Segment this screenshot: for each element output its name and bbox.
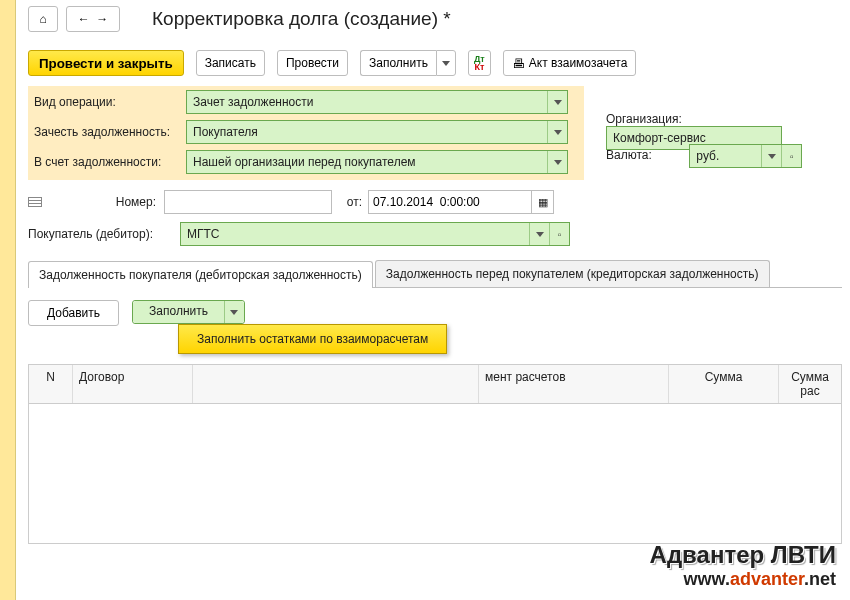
against-select[interactable]: Нашей организации перед покупателем	[186, 150, 568, 174]
buyer-value: МГТС	[181, 223, 529, 245]
buyer-open-button[interactable]: ▫	[549, 223, 569, 245]
chevron-down-icon	[554, 100, 562, 105]
chevron-down-icon	[554, 160, 562, 165]
fill-button-arrow[interactable]	[436, 50, 456, 76]
watermark-domain: advanter	[730, 569, 804, 589]
dtkt-button[interactable]: ДтКт	[468, 50, 491, 76]
offset-select[interactable]: Покупателя	[186, 120, 568, 144]
open-icon: ▫	[790, 151, 794, 162]
calendar-button[interactable]: ▦	[532, 190, 554, 214]
home-icon: ⌂	[39, 12, 46, 26]
buyer-label: Покупатель (дебитор):	[28, 227, 180, 241]
page-title: Корректировка долга (создание) *	[152, 8, 451, 30]
fill-button-main[interactable]: Заполнить	[360, 50, 436, 76]
op-type-dropdown[interactable]	[547, 91, 567, 113]
currency-label: Валюта:	[606, 148, 686, 162]
dtkt-icon: ДтКт	[474, 55, 485, 71]
col-n: N	[29, 365, 73, 403]
chevron-down-icon	[768, 154, 776, 159]
highlighted-fields: Вид операции: Зачет задолженности Зачест…	[28, 86, 584, 180]
col-sumsettle: Сумма рас	[779, 365, 841, 403]
tab-debit[interactable]: Задолженность покупателя (дебиторская за…	[28, 261, 373, 288]
tab-fill-button[interactable]: Заполнить	[132, 300, 245, 324]
offset-value: Покупателя	[187, 121, 547, 143]
grid-header: N Договор мент расчетов Сумма Сумма рас	[28, 364, 842, 404]
currency-dropdown[interactable]	[761, 145, 781, 167]
nav-back-forward[interactable]: ← →	[66, 6, 120, 32]
number-input[interactable]	[164, 190, 332, 214]
op-type-value: Зачет задолженности	[187, 91, 547, 113]
currency-select[interactable]: руб. ▫	[689, 144, 802, 168]
tab-fill-label: Заполнить	[133, 301, 224, 323]
watermark: Адвантер ЛВТИ www.advanter.net	[650, 541, 836, 590]
offset-label: Зачесть задолженность:	[34, 125, 186, 139]
fill-split-button[interactable]: Заполнить	[360, 50, 456, 76]
chevron-down-icon	[536, 232, 544, 237]
watermark-tld: .net	[804, 569, 836, 589]
date-input[interactable]	[368, 190, 532, 214]
watermark-www: www.	[684, 569, 730, 589]
document-icon	[28, 197, 42, 207]
against-label: В счет задолженности:	[34, 155, 186, 169]
arrow-right-icon: →	[96, 12, 108, 26]
buyer-select[interactable]: МГТС ▫	[180, 222, 570, 246]
against-value: Нашей организации перед покупателем	[187, 151, 547, 173]
date-field[interactable]: ▦	[368, 190, 554, 214]
currency-value: руб.	[690, 145, 761, 167]
open-icon: ▫	[558, 229, 562, 240]
offset-dropdown[interactable]	[547, 121, 567, 143]
write-button[interactable]: Записать	[196, 50, 265, 76]
print-icon: 🖶	[512, 56, 525, 71]
tab-credit[interactable]: Задолженность перед покупателем (кредито…	[375, 260, 770, 287]
col-docsettle: мент расчетов	[479, 365, 669, 403]
post-and-close-button[interactable]: Провести и закрыть	[28, 50, 184, 76]
watermark-line1: Адвантер ЛВТИ	[650, 541, 836, 569]
currency-open-button[interactable]: ▫	[781, 145, 801, 167]
post-button[interactable]: Провести	[277, 50, 348, 76]
fill-menu-item[interactable]: Заполнить остатками по взаиморасчетам	[178, 324, 447, 354]
op-type-label: Вид операции:	[34, 95, 186, 109]
act-button[interactable]: 🖶 Акт взаимозачета	[503, 50, 637, 76]
chevron-down-icon	[554, 130, 562, 135]
op-type-select[interactable]: Зачет задолженности	[186, 90, 568, 114]
chevron-down-icon	[230, 310, 238, 315]
buyer-dropdown[interactable]	[529, 223, 549, 245]
arrow-left-icon: ←	[78, 12, 90, 26]
col-hidden	[193, 365, 479, 403]
number-label: Номер:	[54, 195, 164, 209]
home-button[interactable]: ⌂	[28, 6, 58, 32]
act-button-label: Акт взаимозачета	[529, 56, 628, 70]
chevron-down-icon	[442, 61, 450, 66]
calendar-icon: ▦	[538, 196, 548, 209]
against-dropdown[interactable]	[547, 151, 567, 173]
tab-fill-arrow[interactable]	[224, 301, 244, 323]
add-row-button[interactable]: Добавить	[28, 300, 119, 326]
grid-body[interactable]	[28, 404, 842, 544]
col-sum: Сумма	[669, 365, 779, 403]
org-label: Организация:	[606, 112, 686, 126]
left-edge	[0, 0, 16, 600]
from-label: от:	[332, 195, 368, 209]
col-contract: Договор	[73, 365, 193, 403]
